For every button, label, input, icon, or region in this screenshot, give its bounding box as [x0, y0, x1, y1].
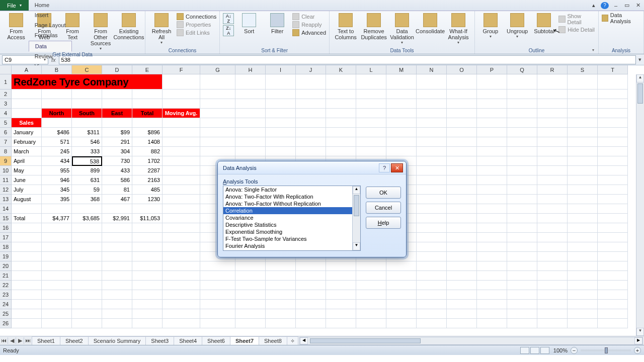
- cell[interactable]: [447, 74, 477, 89]
- cell[interactable]: [386, 99, 417, 109]
- cell[interactable]: [132, 99, 163, 109]
- row-header[interactable]: 18: [0, 242, 12, 252]
- col-header[interactable]: Q: [507, 65, 537, 74]
- consolidate-button[interactable]: Consolidate: [417, 12, 443, 34]
- cell[interactable]: [296, 137, 326, 147]
- cell[interactable]: [537, 281, 568, 290]
- cell[interactable]: [417, 281, 447, 290]
- cell[interactable]: [507, 118, 537, 128]
- cell[interactable]: [42, 309, 72, 319]
- cell[interactable]: [598, 89, 628, 99]
- cell[interactable]: [447, 261, 477, 271]
- cell[interactable]: [163, 166, 200, 175]
- row-header[interactable]: 23: [0, 290, 12, 300]
- reapply-button[interactable]: Reapply: [292, 21, 326, 28]
- cell[interactable]: [72, 281, 102, 290]
- cell[interactable]: [132, 204, 163, 214]
- cell[interactable]: [417, 156, 447, 166]
- list-item[interactable]: Correlation: [223, 207, 360, 214]
- cell[interactable]: [507, 147, 537, 156]
- cell[interactable]: [163, 319, 200, 328]
- cell[interactable]: [163, 242, 200, 252]
- cell[interactable]: [568, 252, 598, 261]
- file-tab[interactable]: File: [0, 0, 29, 11]
- cell[interactable]: [235, 147, 266, 156]
- cell[interactable]: [326, 290, 356, 300]
- col-header[interactable]: I: [266, 65, 296, 74]
- cell[interactable]: [477, 223, 507, 233]
- cell[interactable]: [235, 319, 266, 328]
- cell[interactable]: [598, 271, 628, 281]
- cell[interactable]: [326, 319, 356, 328]
- cell[interactable]: [12, 204, 42, 214]
- cell[interactable]: [132, 271, 163, 281]
- cell[interactable]: April: [12, 156, 42, 166]
- row-header[interactable]: 26: [0, 319, 12, 328]
- cell[interactable]: [568, 185, 598, 195]
- cell[interactable]: [163, 300, 200, 309]
- connections-button[interactable]: Connections: [177, 13, 216, 20]
- col-header[interactable]: N: [417, 65, 447, 74]
- cell[interactable]: [507, 290, 537, 300]
- cell[interactable]: 631: [72, 175, 102, 185]
- from-other-sources-button[interactable]: From OtherSources: [88, 12, 114, 51]
- cell[interactable]: [386, 271, 417, 281]
- cell[interactable]: [200, 261, 235, 271]
- select-all-corner[interactable]: [0, 65, 12, 74]
- cell[interactable]: [235, 281, 266, 290]
- cell[interactable]: 546: [72, 137, 102, 147]
- col-header[interactable]: H: [235, 65, 266, 74]
- cell[interactable]: 434: [42, 156, 72, 166]
- cell[interactable]: [356, 290, 386, 300]
- zoom-slider[interactable]: [581, 349, 631, 351]
- cell[interactable]: [598, 233, 628, 242]
- analysis-tools-listbox[interactable]: Anova: Single FactorAnova: Two-Factor Wi…: [223, 186, 361, 251]
- filter-button[interactable]: Filter: [264, 12, 290, 34]
- cell[interactable]: [417, 223, 447, 233]
- cell[interactable]: [537, 242, 568, 252]
- cell[interactable]: [598, 118, 628, 128]
- cell[interactable]: [537, 118, 568, 128]
- cell[interactable]: [296, 271, 326, 281]
- cell[interactable]: [296, 89, 326, 99]
- cell[interactable]: [417, 89, 447, 99]
- cell[interactable]: [477, 147, 507, 156]
- cell[interactable]: [507, 309, 537, 319]
- cell[interactable]: [477, 137, 507, 147]
- cell[interactable]: [200, 309, 235, 319]
- cell[interactable]: 433: [102, 166, 132, 175]
- cell[interactable]: [102, 89, 132, 99]
- view-layout-icon[interactable]: [530, 347, 539, 354]
- cell[interactable]: [568, 233, 598, 242]
- advanced-button[interactable]: Advanced: [292, 29, 326, 36]
- tab-page-layout[interactable]: Page Layout: [29, 20, 72, 30]
- cell[interactable]: Sales: [12, 118, 42, 128]
- cell[interactable]: [417, 271, 447, 281]
- cell[interactable]: [163, 99, 200, 109]
- cell[interactable]: [326, 137, 356, 147]
- row-header[interactable]: 3: [0, 99, 12, 109]
- cell[interactable]: [598, 166, 628, 175]
- cell[interactable]: [163, 290, 200, 300]
- cell[interactable]: [266, 290, 296, 300]
- cell[interactable]: [417, 99, 447, 109]
- cell[interactable]: [598, 281, 628, 290]
- cell[interactable]: [477, 319, 507, 328]
- cell[interactable]: [386, 89, 417, 99]
- cell[interactable]: [507, 128, 537, 137]
- cell[interactable]: [447, 137, 477, 147]
- cell[interactable]: [598, 175, 628, 185]
- row-header[interactable]: 4: [0, 109, 12, 118]
- cell[interactable]: [296, 300, 326, 309]
- cell[interactable]: [235, 300, 266, 309]
- cell[interactable]: [163, 195, 200, 204]
- cell[interactable]: [568, 214, 598, 223]
- cell[interactable]: [235, 261, 266, 271]
- what-if-button[interactable]: What-IfAnalysis: [445, 12, 471, 45]
- cell[interactable]: [598, 300, 628, 309]
- cell[interactable]: 345: [42, 185, 72, 195]
- cell[interactable]: [132, 89, 163, 99]
- cell[interactable]: [326, 109, 356, 118]
- row-header[interactable]: 17: [0, 233, 12, 242]
- cell[interactable]: [102, 99, 132, 109]
